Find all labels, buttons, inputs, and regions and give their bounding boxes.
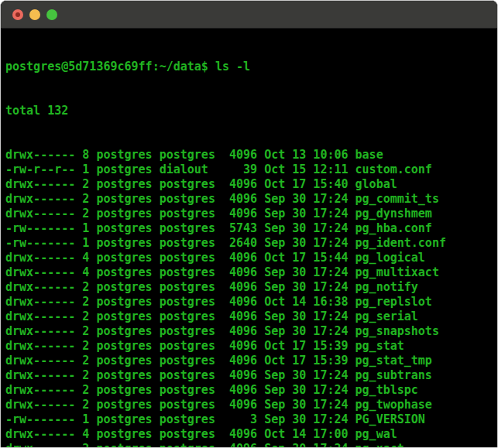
file-row: drwx------ 4 postgres postgres 4096 Oct … [5, 427, 497, 442]
file-row: -rw------- 1 postgres postgres 3 Sep 30 … [5, 412, 497, 427]
file-row: drwx------ 2 postgres postgres 4096 Sep … [5, 280, 497, 295]
file-listing: drwx------ 8 postgres postgres 4096 Oct … [5, 148, 497, 448]
file-row: drwx------ 2 postgres postgres 4096 Sep … [5, 192, 497, 207]
file-row: drwx------ 8 postgres postgres 4096 Oct … [5, 148, 497, 162]
file-row: -rw-r--r-- 1 postgres dialout 39 Oct 15 … [5, 162, 497, 177]
close-button[interactable] [12, 9, 23, 20]
file-row: drwx------ 2 postgres postgres 4096 Sep … [5, 207, 497, 221]
close-dot-icon [15, 12, 20, 17]
command-line: postgres@5d71369c69ff:~/data$ ls -l [5, 60, 497, 74]
file-row: -rw------- 1 postgres postgres 2640 Sep … [5, 236, 497, 251]
file-row: drwx------ 2 postgres postgres 4096 Oct … [5, 339, 497, 354]
file-row: drwx------ 2 postgres postgres 4096 Sep … [5, 398, 497, 412]
terminal-screen[interactable]: postgres@5d71369c69ff:~/data$ ls -l tota… [1, 29, 497, 448]
file-row: -rw------- 1 postgres postgres 5743 Sep … [5, 221, 497, 236]
file-row: drwx------ 4 postgres postgres 4096 Sep … [5, 265, 497, 280]
file-row: drwx------ 2 postgres postgres 4096 Sep … [5, 383, 497, 398]
file-row: drwx------ 4 postgres postgres 4096 Oct … [5, 251, 497, 265]
titlebar[interactable] [1, 1, 497, 29]
minimize-button[interactable] [29, 9, 40, 20]
total-line: total 132 [5, 104, 497, 118]
shell-prompt: postgres@5d71369c69ff:~/data$ [5, 60, 208, 74]
file-row: drwx------ 2 postgres postgres 4096 Oct … [5, 177, 497, 192]
file-row: drwx------ 2 postgres postgres 4096 Sep … [5, 368, 497, 383]
file-row: drwx------ 2 postgres postgres 4096 Oct … [5, 354, 497, 368]
file-row: drwx------ 2 postgres postgres 4096 Sep … [5, 309, 497, 324]
file-row: drwx------ 2 postgres postgres 4096 Oct … [5, 295, 497, 309]
terminal-window: postgres@5d71369c69ff:~/data$ ls -l tota… [0, 0, 498, 448]
shell-command: ls -l [215, 60, 250, 74]
file-row: drwx------ 2 postgres postgres 4096 Sep … [5, 442, 497, 448]
file-row: drwx------ 2 postgres postgres 4096 Sep … [5, 324, 497, 339]
zoom-button[interactable] [46, 9, 57, 20]
